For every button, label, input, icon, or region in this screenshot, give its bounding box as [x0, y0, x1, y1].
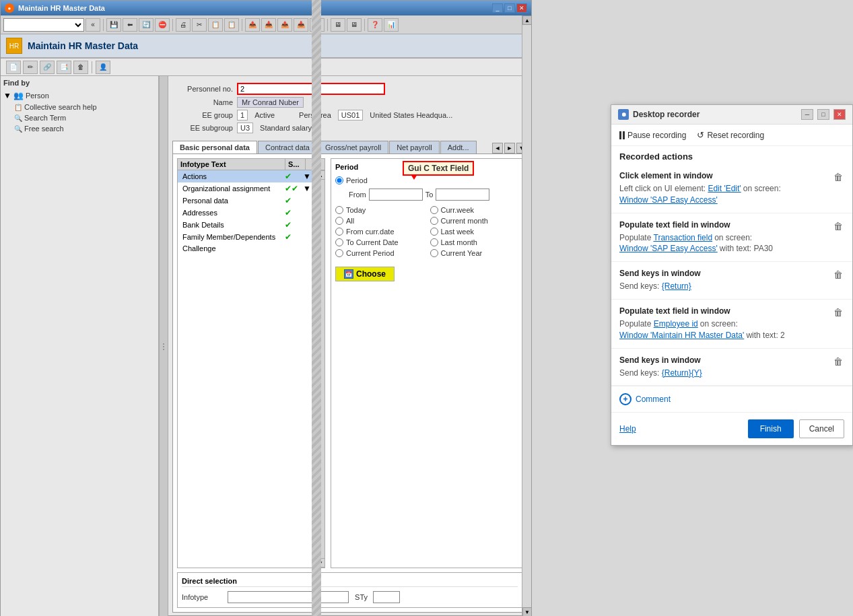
current-month-radio[interactable] — [430, 217, 438, 225]
monitor-button[interactable]: 🖥 — [331, 18, 345, 32]
direct-selection: Direct selection Infotype STy — [177, 572, 522, 608]
resize-handle[interactable] — [159, 76, 168, 616]
action-delete-1[interactable]: 🗑 — [832, 171, 844, 183]
nav-back-button[interactable]: « — [86, 18, 100, 32]
tab-net-payroll[interactable]: Net payroll — [389, 141, 440, 153]
current-year-radio[interactable] — [430, 249, 438, 257]
chart-button[interactable]: 📊 — [384, 18, 399, 32]
scroll-top-btn[interactable]: ▲ — [522, 15, 532, 25]
back-button[interactable]: ⬅ — [123, 18, 137, 32]
edit-button[interactable]: ✏ — [23, 61, 38, 74]
tab-nav-prev[interactable]: ◄ — [492, 143, 503, 153]
sty-input[interactable] — [373, 591, 400, 603]
infotype-row-challenge[interactable]: Challenge — [178, 243, 315, 254]
infotype-row-actions[interactable]: Actions ✔ ▼ — [178, 170, 315, 182]
refresh-button[interactable]: 🔄 — [139, 18, 153, 32]
action-delete-4[interactable]: 🗑 — [832, 306, 844, 318]
tab-addt[interactable]: Addt... — [440, 141, 477, 153]
curr-week-radio[interactable] — [430, 206, 438, 214]
period-radio-period[interactable] — [335, 176, 343, 184]
upload2-button[interactable]: 📤 — [277, 18, 292, 32]
scroll-bottom-btn[interactable]: ▼ — [522, 607, 532, 616]
action-link2-2[interactable]: Window 'SAP Easy Access' — [619, 244, 718, 253]
infotype-row-org[interactable]: Organizational assignment ✔✔ ▼ — [178, 182, 315, 195]
action-delete-2[interactable]: 🗑 — [832, 220, 844, 232]
search-term-icon: 🔍 — [14, 114, 22, 122]
monitor2-button[interactable]: 🖥 — [347, 18, 362, 32]
infotype-row-addresses[interactable]: Addresses ✔ — [178, 207, 315, 219]
to-input[interactable] — [436, 189, 489, 201]
stop-button[interactable]: ⛔ — [155, 18, 170, 32]
action-link1-1[interactable]: Edit 'Edit' — [708, 184, 741, 193]
infotype-addresses-label: Addresses — [180, 208, 283, 217]
user-button[interactable]: 👤 — [96, 61, 110, 74]
action-content-3: Send keys in window Send keys: {Return} — [619, 269, 827, 292]
action-link2-1[interactable]: Window 'SAP Easy Access' — [619, 195, 718, 205]
maximize-button[interactable]: □ — [504, 3, 515, 13]
comment-btn[interactable]: + Comment — [611, 386, 852, 412]
from-curr-date-radio[interactable] — [335, 228, 343, 236]
close-button[interactable]: ✕ — [516, 3, 527, 13]
copy-button[interactable]: 📋 — [208, 18, 223, 32]
delete-button[interactable]: 🗑 — [73, 61, 88, 74]
copy2-button[interactable]: 📑 — [57, 61, 71, 74]
finish-button[interactable]: Finish — [748, 419, 794, 438]
paste-button[interactable]: 📋 — [224, 18, 239, 32]
command-dropdown[interactable] — [3, 18, 84, 32]
current-period-radio[interactable] — [335, 249, 343, 257]
personnel-no-input[interactable] — [237, 83, 385, 95]
tab-gross-net-payroll[interactable]: Gross/net payroll — [318, 141, 388, 153]
infotype-row-bank[interactable]: Bank Details ✔ — [178, 219, 315, 231]
infotype-row-family[interactable]: Family Member/Dependents ✔ — [178, 231, 315, 243]
print-button[interactable]: 🖨 — [176, 18, 191, 32]
action-delete-3[interactable]: 🗑 — [832, 269, 844, 281]
tab-nav-next[interactable]: ► — [504, 143, 515, 153]
to-current-date-radio[interactable] — [335, 238, 343, 246]
download-button[interactable]: 📥 — [261, 18, 276, 32]
period-radio-row: Period — [335, 176, 518, 184]
last-week-radio[interactable] — [430, 228, 438, 236]
tab-contract-data[interactable]: Contract data — [258, 141, 317, 153]
person-folder-icon: 👥 — [13, 91, 24, 100]
tab-basic-personal-data[interactable]: Basic personal data — [172, 141, 257, 153]
to-current-date-label: To Current Date — [346, 238, 399, 246]
action-link1-5[interactable]: {Return}{Y} — [662, 368, 702, 378]
action-link1-2[interactable]: Transaction field — [654, 233, 713, 242]
sidebar-item-free-search[interactable]: 🔍 Free search — [14, 123, 156, 134]
recorder-close-btn[interactable]: ✕ — [833, 109, 846, 120]
last-month-radio[interactable] — [430, 238, 438, 246]
today-radio[interactable] — [335, 206, 343, 214]
download2-button[interactable]: 📥 — [294, 18, 308, 32]
find-by-label: Find by — [3, 79, 156, 87]
sidebar-item-search-term[interactable]: 🔍 Search Term — [14, 112, 156, 123]
cancel-button[interactable]: Cancel — [799, 419, 844, 438]
to-current-date-row: To Current Date — [335, 238, 423, 246]
cut-button[interactable]: ✂ — [192, 18, 207, 32]
choose-button[interactable]: 📅 Choose — [335, 267, 395, 281]
reset-recording-btn[interactable]: ↺ Reset recording — [697, 130, 764, 140]
action-link2-4[interactable]: Window 'Maintain HR Master Data' — [619, 331, 744, 340]
save-button[interactable]: 💾 — [106, 18, 121, 32]
action-desc-prefix-5: Send keys: — [619, 368, 662, 378]
recorder-title: Desktop recorder — [633, 110, 797, 119]
all-radio[interactable] — [335, 217, 343, 225]
recorder-maximize-btn[interactable]: □ — [817, 109, 829, 120]
infotype-table-header: Infotype Text S... — [178, 159, 325, 170]
new-button[interactable]: 📄 — [6, 61, 21, 74]
action-link1-3[interactable]: {Return} — [662, 281, 691, 291]
sidebar-item-collective-search[interactable]: 📋 Collective search help — [14, 102, 156, 112]
recorder-minimize-btn[interactable]: ─ — [801, 109, 813, 120]
infotype-input[interactable] — [228, 591, 349, 603]
action-delete-5[interactable]: 🗑 — [832, 355, 844, 368]
help-link[interactable]: Help — [619, 424, 636, 434]
scroll-track[interactable] — [522, 25, 531, 607]
pause-recording-btn[interactable]: Pause recording — [619, 131, 686, 140]
infotype-row-personal[interactable]: Personal data ✔ — [178, 195, 315, 207]
help-button[interactable]: ❓ — [368, 18, 382, 32]
upload-button[interactable]: 📤 — [245, 18, 260, 32]
from-input[interactable] — [369, 189, 423, 201]
minimize-button[interactable]: _ — [492, 3, 503, 13]
action-link1-4[interactable]: Employee id — [654, 319, 698, 329]
sidebar-item-person[interactable]: ▼ 👥 Person — [3, 90, 156, 102]
link-button[interactable]: 🔗 — [40, 61, 55, 74]
